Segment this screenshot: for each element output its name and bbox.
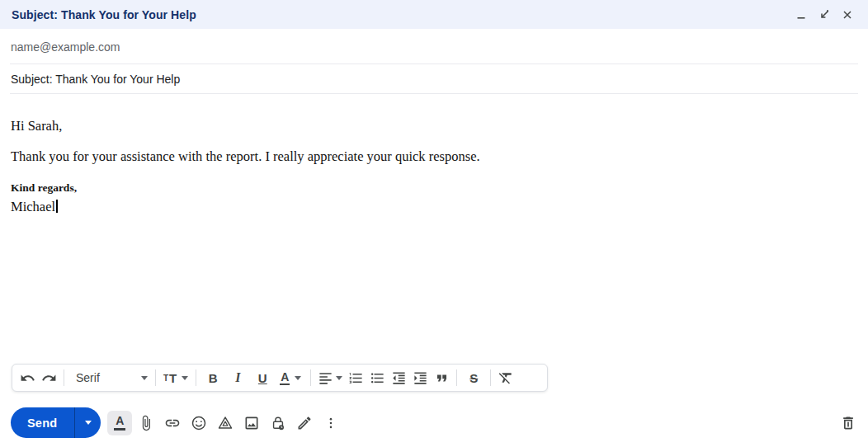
font-family-value: Serif xyxy=(76,371,100,384)
send-label: Send xyxy=(27,416,57,430)
numbered-list-icon xyxy=(348,370,364,386)
minimize-button[interactable] xyxy=(792,6,810,24)
subject-field[interactable]: Subject: Thank You for Your Help xyxy=(0,64,868,93)
toolbar-divider xyxy=(64,369,64,386)
toolbar-divider xyxy=(196,369,196,386)
font-dropdown-arrow-icon xyxy=(141,376,148,380)
numbered-list-button[interactable] xyxy=(345,366,366,389)
align-button[interactable] xyxy=(315,366,345,389)
size-small-t: T xyxy=(163,374,168,383)
insert-link-button[interactable] xyxy=(159,410,186,436)
formatting-a-icon: A xyxy=(114,415,125,431)
message-body-editor[interactable]: Hi Sarah, Thank you for your assistance … xyxy=(0,94,868,358)
insert-photo-button[interactable] xyxy=(238,410,265,436)
undo-icon xyxy=(20,370,35,386)
formatting-toolbar: Serif TT B I U A xyxy=(12,364,548,392)
body-signature: Michael xyxy=(11,199,857,214)
align-dropdown-arrow-icon xyxy=(336,376,342,380)
discard-draft-button[interactable] xyxy=(835,410,861,436)
undo-button[interactable] xyxy=(17,366,38,389)
indent-decrease-button[interactable] xyxy=(388,366,409,389)
quote-icon xyxy=(434,370,450,386)
image-icon xyxy=(243,415,260,431)
remove-formatting-icon xyxy=(498,369,514,386)
indent-increase-icon xyxy=(413,370,428,386)
text-color-dropdown-arrow-icon xyxy=(295,376,301,380)
drive-icon xyxy=(217,415,234,431)
more-options-button[interactable] xyxy=(318,410,344,436)
insert-from-drive-button[interactable] xyxy=(212,410,238,436)
align-icon xyxy=(318,370,333,386)
send-options-button[interactable] xyxy=(75,407,101,438)
link-icon xyxy=(164,415,181,431)
close-button[interactable] xyxy=(838,6,856,24)
toolbar-divider xyxy=(456,369,457,386)
exit-fullscreen-icon xyxy=(818,8,831,21)
compose-title: Subject: Thank You for Your Help xyxy=(12,8,196,21)
redo-button[interactable] xyxy=(38,366,59,389)
window-controls xyxy=(792,6,856,24)
redo-icon xyxy=(41,370,57,386)
body-greeting: Hi Sarah, xyxy=(11,118,857,134)
more-options-icon xyxy=(323,416,338,431)
exit-fullscreen-button[interactable] xyxy=(815,6,833,24)
subject-value: Subject: Thank You for Your Help xyxy=(11,73,180,86)
toolbar-divider xyxy=(155,369,156,386)
compose-action-bar: Send A xyxy=(0,404,868,441)
italic-button[interactable]: I xyxy=(225,366,250,389)
size-dropdown-arrow-icon xyxy=(182,376,188,380)
signature-pen-icon xyxy=(296,415,313,431)
minimize-icon xyxy=(795,8,808,21)
bulleted-list-icon xyxy=(370,370,385,386)
body-signoff: Kind regards, xyxy=(11,181,857,195)
toolbar-divider xyxy=(310,369,311,386)
confidential-mode-button[interactable] xyxy=(265,410,291,436)
send-split-button: Send xyxy=(11,407,101,438)
send-dropdown-arrow-icon xyxy=(85,421,92,425)
indent-decrease-icon xyxy=(391,370,407,386)
confidential-lock-icon xyxy=(270,415,286,431)
text-cursor xyxy=(56,200,58,213)
close-icon xyxy=(841,8,854,21)
underline-button[interactable]: U xyxy=(250,366,275,389)
insert-emoji-button[interactable] xyxy=(186,410,212,436)
text-size-button[interactable]: TT xyxy=(160,366,191,389)
compose-header: Subject: Thank You for Your Help xyxy=(0,0,868,29)
insert-signature-button[interactable] xyxy=(291,410,318,436)
text-color-a: A xyxy=(280,371,290,385)
indent-increase-button[interactable] xyxy=(409,366,431,389)
send-button[interactable]: Send xyxy=(11,407,74,438)
text-color-button[interactable]: A xyxy=(275,366,306,389)
remove-formatting-button[interactable] xyxy=(495,366,517,389)
emoji-icon xyxy=(191,415,207,431)
bulleted-list-button[interactable] xyxy=(366,366,388,389)
attach-files-button[interactable] xyxy=(133,410,159,436)
recipients-field[interactable]: name@example.com xyxy=(0,30,868,64)
compose-window: Subject: Thank You for Your Help xyxy=(0,0,868,447)
attach-icon xyxy=(138,415,154,431)
quote-button[interactable] xyxy=(431,366,452,389)
recipients-value: name@example.com xyxy=(11,40,120,54)
compose-tools: A xyxy=(106,410,344,436)
size-big-t: T xyxy=(169,371,177,385)
body-paragraph: Thank you for your assistance with the r… xyxy=(11,148,857,164)
strikethrough-button[interactable]: S xyxy=(461,366,486,389)
font-family-select[interactable]: Serif xyxy=(68,366,151,389)
trash-icon xyxy=(840,415,856,431)
formatting-options-button[interactable]: A xyxy=(107,411,132,435)
toolbar-divider xyxy=(490,369,491,386)
bold-button[interactable]: B xyxy=(200,366,225,389)
